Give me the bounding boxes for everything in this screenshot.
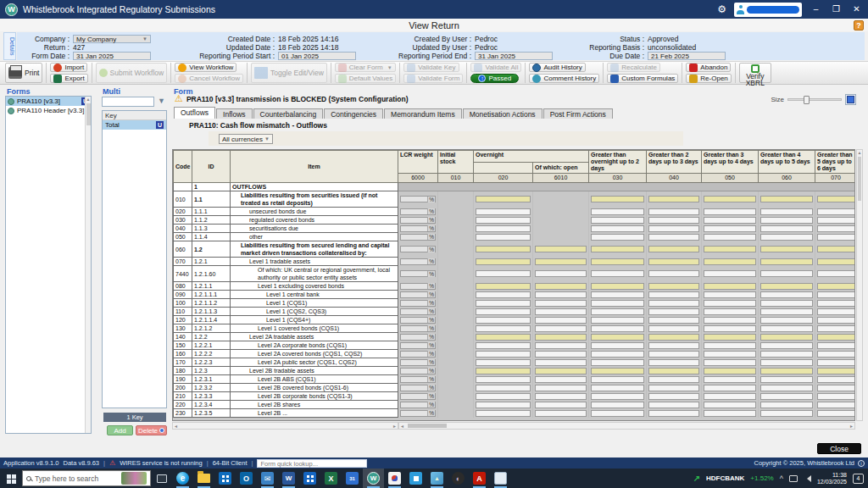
comment-history-button[interactable]: Comment History [529, 74, 599, 83]
lcr-weight-input[interactable]: % [400, 225, 436, 232]
input-cell[interactable] [760, 359, 813, 366]
export-button[interactable]: Export [50, 74, 87, 83]
start-button[interactable] [0, 469, 22, 488]
data-cell-060[interactable] [759, 392, 815, 401]
input-cell[interactable] [704, 351, 756, 358]
input-cell[interactable] [704, 308, 756, 315]
input-cell[interactable] [535, 270, 587, 277]
stock-ticker[interactable]: HDFCBANK [706, 474, 744, 482]
input-cell[interactable] [648, 393, 699, 400]
photos-taskbar-button[interactable] [426, 469, 448, 488]
data-cell-030[interactable] [589, 266, 647, 282]
form-list-item-pra110-header-v3-3[interactable]: PRA110 Header [v3.3] [6, 106, 91, 115]
multi-filter-input[interactable] [102, 97, 154, 107]
data-cell-050[interactable] [702, 233, 759, 241]
lcr-weight-cell[interactable]: % [398, 225, 438, 233]
data-cell-030[interactable] [589, 409, 647, 418]
data-cell-070[interactable] [815, 266, 856, 282]
input-cell[interactable] [648, 270, 699, 277]
data-cell-030[interactable] [589, 258, 647, 266]
input-cell[interactable] [591, 217, 644, 224]
lcr-weight-input[interactable]: % [400, 300, 436, 307]
data-cell-050[interactable] [702, 282, 759, 291]
currency-selector[interactable]: All currencies ▼ [219, 134, 273, 144]
lcr-weight-cell[interactable]: % [398, 208, 438, 216]
word-taskbar-button[interactable] [278, 469, 299, 488]
data-cell-020[interactable] [474, 282, 533, 291]
input-cell[interactable] [535, 393, 587, 400]
data-cell-030[interactable] [589, 350, 647, 358]
input-cell[interactable] [648, 308, 699, 315]
input-cell[interactable] [476, 351, 531, 358]
verify-xbrl-button[interactable]: Verify XBRL [739, 63, 771, 83]
view-workflow-button[interactable]: View Workflow [175, 63, 236, 72]
lcr-weight-input[interactable]: % [400, 410, 436, 417]
notes-taskbar-button[interactable] [490, 469, 511, 488]
input-cell[interactable] [476, 342, 531, 349]
input-cell[interactable] [760, 300, 813, 307]
tab-outflows[interactable]: Outflows [174, 107, 215, 119]
data-cell-050[interactable] [702, 316, 759, 324]
data-cell-070[interactable] [815, 299, 856, 308]
data-cell-040[interactable] [647, 341, 702, 350]
input-cell[interactable] [591, 402, 644, 408]
data-cell-050[interactable] [702, 291, 759, 299]
data-cell-050[interactable] [702, 358, 759, 367]
help-icon[interactable]: ? [854, 20, 864, 30]
lcr-weight-input[interactable]: % [400, 334, 436, 341]
input-cell[interactable] [648, 217, 699, 224]
input-cell[interactable] [591, 376, 644, 383]
input-cell[interactable] [476, 359, 531, 366]
input-cell[interactable] [476, 317, 531, 324]
input-cell[interactable] [760, 225, 813, 232]
settings-gear-icon[interactable]: ⚙ [717, 4, 726, 14]
data-cell-020[interactable] [474, 299, 533, 308]
details-tab[interactable]: Details [3, 32, 16, 60]
tab-post-firm-actions[interactable]: Post Firm Actions [543, 108, 613, 119]
data-cell-060[interactable] [759, 367, 815, 375]
outlook-taskbar-button[interactable] [236, 469, 257, 488]
tab-counterbalancing[interactable]: Counterbalancing [253, 108, 324, 119]
input-cell[interactable] [591, 385, 644, 391]
lcr-weight-input[interactable]: % [400, 385, 436, 391]
input-cell[interactable] [817, 342, 855, 349]
data-cell-070[interactable] [815, 375, 856, 384]
input-cell[interactable] [535, 359, 587, 366]
lcr-weight-cell[interactable]: % [398, 266, 438, 282]
data-cell-020[interactable] [474, 233, 533, 241]
input-cell[interactable] [476, 325, 531, 332]
lcr-weight-input[interactable]: % [400, 317, 436, 324]
info-icon[interactable]: i [858, 460, 865, 467]
data-cell-070[interactable] [815, 308, 856, 316]
data-cell-070[interactable] [815, 341, 856, 350]
data-cell-050[interactable] [702, 299, 759, 308]
data-cell-020[interactable] [474, 392, 533, 401]
input-cell[interactable] [648, 402, 699, 408]
data-cell-030[interactable] [589, 367, 647, 375]
data-cell-040[interactable] [647, 384, 702, 392]
input-cell[interactable] [648, 225, 699, 232]
input-cell[interactable] [704, 342, 756, 349]
data-cell-060[interactable] [759, 358, 815, 367]
data-cell-070[interactable] [815, 409, 856, 418]
data-cell-6010[interactable] [533, 299, 589, 308]
lcr-weight-cell[interactable]: % [398, 409, 438, 418]
input-cell[interactable] [817, 317, 855, 324]
forms-scrollbar-thumb[interactable] [86, 103, 91, 125]
lcr-weight-cell[interactable]: % [398, 291, 438, 299]
data-cell-050[interactable] [702, 392, 759, 401]
detail-dropdown-company[interactable]: My Company▼ [73, 35, 151, 43]
data-cell-040[interactable] [647, 401, 702, 409]
lcr-weight-input[interactable]: % [400, 342, 436, 349]
data-cell-070[interactable] [815, 333, 856, 341]
lcr-weight-input[interactable]: % [400, 217, 436, 224]
data-cell-050[interactable] [702, 208, 759, 216]
input-cell[interactable] [476, 217, 531, 224]
input-cell[interactable] [704, 234, 756, 241]
minimize-button[interactable]: – [810, 1, 822, 18]
input-cell[interactable] [760, 402, 813, 408]
input-cell[interactable] [476, 291, 531, 298]
lcr-weight-input[interactable]: % [400, 351, 436, 358]
data-cell-030[interactable] [589, 333, 647, 341]
lcr-weight-input[interactable]: % [400, 376, 436, 383]
